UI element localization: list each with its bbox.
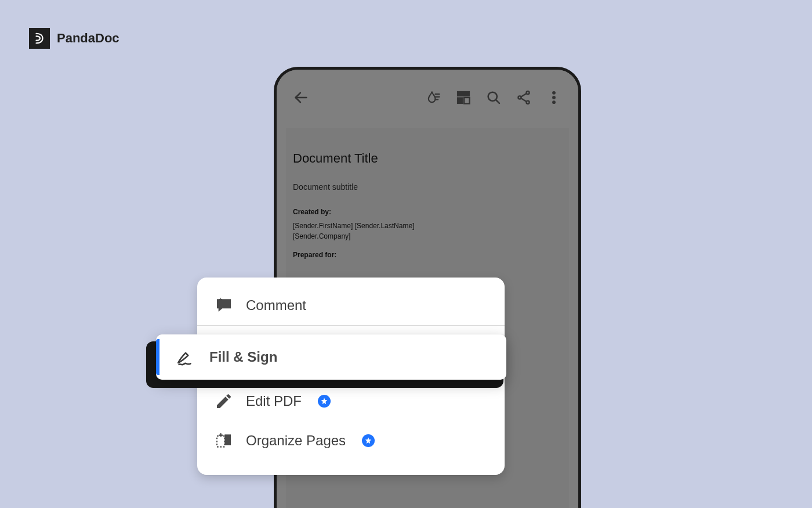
brand-logo (29, 28, 50, 49)
svg-point-16 (553, 101, 556, 104)
svg-rect-4 (458, 92, 470, 96)
svg-rect-18 (224, 434, 231, 445)
premium-badge-icon (318, 395, 331, 408)
premium-badge-icon (362, 434, 375, 447)
menu-item-fill-and-sign[interactable]: Fill & Sign (156, 334, 506, 380)
document-title: Document Title (293, 151, 562, 166)
svg-rect-6 (464, 98, 469, 104)
app-toolbar (277, 85, 578, 110)
svg-point-15 (553, 96, 556, 99)
svg-line-12 (521, 93, 526, 97)
menu-item-organize-pages[interactable]: Organize Pages (197, 421, 505, 460)
ink-icon[interactable] (425, 89, 441, 106)
menu-item-comment[interactable]: Comment (197, 286, 505, 325)
comment-icon (215, 296, 233, 315)
brand-name: PandaDoc (57, 31, 119, 46)
svg-rect-17 (217, 436, 224, 447)
svg-point-14 (553, 92, 556, 95)
sender-name: [Sender.FirstName] [Sender.LastName] (293, 222, 562, 230)
sender-company: [Sender.Company] (293, 232, 562, 240)
search-icon[interactable] (485, 89, 502, 106)
document-subtitle: Document subtitle (293, 182, 562, 192)
layout-icon[interactable] (455, 89, 472, 106)
prepared-for-label: Prepared for: (293, 251, 562, 259)
menu-item-label: Organize Pages (246, 433, 346, 449)
menu-item-label: Fill & Sign (209, 349, 277, 365)
pencil-icon (215, 392, 233, 410)
brand: PandaDoc (29, 28, 119, 49)
svg-line-8 (496, 100, 499, 103)
more-icon[interactable] (546, 89, 562, 106)
svg-line-13 (521, 98, 526, 102)
created-by-label: Created by: (293, 208, 562, 216)
back-icon[interactable] (293, 89, 309, 106)
share-icon[interactable] (516, 89, 532, 106)
sign-icon (176, 347, 195, 367)
svg-rect-5 (458, 98, 463, 104)
menu-item-label: Edit PDF (246, 393, 302, 409)
menu-item-label: Comment (246, 297, 306, 314)
organize-icon (215, 431, 233, 450)
